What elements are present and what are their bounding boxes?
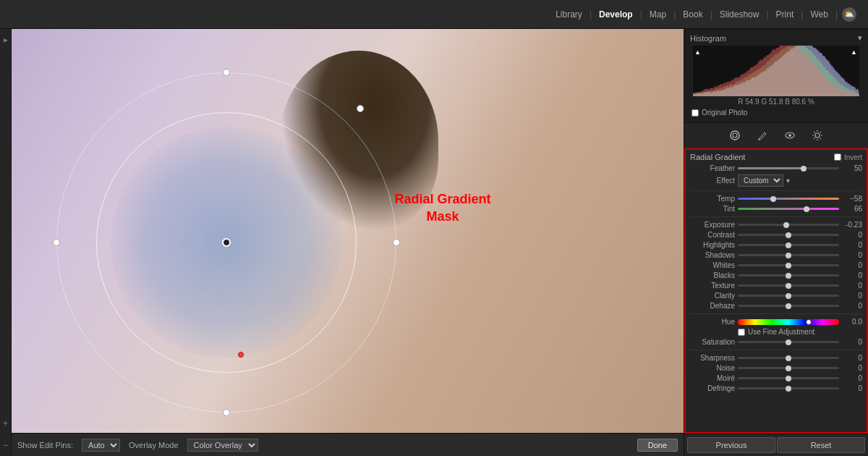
- histogram-section: Histogram ▾ R 54.9 G 51.8 B 80.6 % Origi…: [684, 29, 868, 123]
- saturation-value: 0: [842, 338, 862, 346]
- histogram-expand-icon[interactable]: ▾: [858, 33, 862, 43]
- feather-slider-row: Feather 50: [690, 164, 862, 172]
- histogram-header: Histogram ▾: [687, 32, 865, 46]
- photo-image: [12, 29, 684, 433]
- temp-slider[interactable]: [738, 198, 839, 200]
- highlights-value: 0: [842, 241, 862, 249]
- effect-label: Effect: [690, 177, 735, 185]
- mask-tool-icon[interactable]: [727, 127, 743, 143]
- whites-label: Whites: [690, 261, 735, 269]
- overlay-mode-select[interactable]: Color Overlay: [187, 439, 258, 452]
- texture-slider[interactable]: [738, 284, 839, 287]
- previous-button[interactable]: Previous: [687, 437, 775, 453]
- moire-slider[interactable]: [738, 377, 839, 379]
- hue-label: Hue: [690, 318, 735, 326]
- nav-book[interactable]: Book: [680, 8, 705, 21]
- clarity-label: Clarity: [690, 292, 735, 300]
- highlights-label: Highlights: [690, 241, 735, 249]
- shadows-value: 0: [842, 251, 862, 259]
- nav-library[interactable]: Library: [553, 8, 585, 21]
- effect-dropdown-icon[interactable]: ▾: [786, 177, 790, 185]
- noise-slider[interactable]: [738, 367, 839, 369]
- sharpness-value: 0: [842, 354, 862, 362]
- bottom-handle[interactable]: [223, 409, 230, 416]
- right-handle[interactable]: [393, 239, 400, 246]
- highlights-slider-row: Highlights 0: [690, 241, 862, 249]
- left-handle[interactable]: [53, 239, 60, 246]
- texture-value: 0: [842, 282, 862, 290]
- dehaze-slider-row: Dehaze 0: [690, 302, 862, 310]
- texture-slider-row: Texture 0: [690, 282, 862, 290]
- dehaze-slider[interactable]: [738, 305, 839, 307]
- reset-button[interactable]: Reset: [777, 437, 865, 453]
- temp-label: Temp: [690, 195, 735, 203]
- top-handle[interactable]: [223, 69, 230, 76]
- defringe-value: 0: [842, 384, 862, 392]
- add-icon[interactable]: +: [3, 418, 8, 428]
- invert-checkbox[interactable]: [834, 153, 841, 161]
- done-button[interactable]: Done: [637, 439, 678, 452]
- contrast-label: Contrast: [690, 231, 735, 239]
- dehaze-label: Dehaze: [690, 302, 735, 310]
- panel-bottom-buttons: Previous Reset: [684, 434, 868, 456]
- center-handle[interactable]: [222, 238, 231, 247]
- rotation-handle[interactable]: [238, 352, 244, 358]
- temp-slider-row: Temp −58: [690, 195, 862, 203]
- show-edit-pins-label: Show Edit Pins:: [17, 441, 73, 449]
- sharpness-slider[interactable]: [738, 357, 839, 359]
- whites-slider[interactable]: [738, 264, 839, 266]
- blacks-slider[interactable]: [738, 274, 839, 276]
- effect-select[interactable]: Custom: [738, 174, 783, 187]
- sharpness-label: Sharpness: [690, 354, 735, 362]
- nav-print[interactable]: Print: [773, 8, 797, 21]
- saturation-slider-row: Saturation 0: [690, 338, 862, 346]
- clarity-slider[interactable]: [738, 295, 839, 297]
- nav-map[interactable]: Map: [647, 8, 669, 21]
- saturation-slider[interactable]: [738, 341, 839, 343]
- sharpness-slider-row: Sharpness 0: [690, 354, 862, 362]
- minus-icon[interactable]: −: [3, 440, 8, 450]
- original-photo-checkbox[interactable]: [692, 109, 699, 117]
- nav-develop[interactable]: Develop: [596, 8, 636, 21]
- divider-3: [690, 313, 862, 314]
- dynamic-sliders: Exposure -0.23 Contrast 0 Highlights 0 S…: [690, 221, 862, 310]
- settings-tool-icon[interactable]: [809, 127, 825, 143]
- divider-2: [690, 216, 862, 217]
- svg-point-4: [815, 133, 820, 138]
- histogram-chart: [693, 46, 859, 96]
- histogram-stats: R 54.9 G 51.8 B 80.6 %: [687, 96, 865, 107]
- feather-slider[interactable]: [738, 167, 839, 169]
- divider-4: [690, 350, 862, 350]
- exposure-slider[interactable]: [738, 224, 839, 226]
- eye-tool-icon[interactable]: [782, 127, 798, 143]
- original-photo-row: Original Photo: [687, 107, 865, 119]
- moire-slider-row: Moiré 0: [690, 374, 862, 382]
- nav-web[interactable]: Web: [807, 8, 830, 21]
- hue-slider[interactable]: [738, 319, 839, 325]
- hue-thumb[interactable]: [806, 319, 812, 325]
- fine-adjustment-row: Use Fine Adjustment: [690, 328, 862, 336]
- top-right-handle[interactable]: [357, 105, 364, 112]
- brush-tool-icon[interactable]: [754, 127, 770, 143]
- show-edit-pins-select[interactable]: Auto: [82, 439, 120, 452]
- defringe-slider[interactable]: [738, 387, 839, 389]
- tool-icons-bar: [684, 123, 868, 148]
- shadows-slider-row: Shadows 0: [690, 251, 862, 259]
- tint-slider[interactable]: [738, 208, 839, 210]
- defringe-label: Defringe: [690, 384, 735, 392]
- fine-adjustment-checkbox[interactable]: [738, 329, 745, 336]
- highlights-slider[interactable]: [738, 244, 839, 246]
- fine-adjustment-label: Use Fine Adjustment: [748, 328, 814, 336]
- hue-value: 0.0: [842, 318, 862, 326]
- contrast-slider[interactable]: [738, 234, 839, 236]
- nav-slideshow[interactable]: Slideshow: [717, 8, 762, 21]
- contrast-slider-row: Contrast 0: [690, 231, 862, 239]
- shadows-slider[interactable]: [738, 254, 839, 256]
- user-icon[interactable]: ⛅: [842, 7, 856, 22]
- texture-label: Texture: [690, 282, 735, 290]
- section-title: Radial Gradient: [690, 153, 745, 161]
- histogram-title: Histogram: [690, 34, 726, 43]
- section-header: Radial Gradient Invert: [690, 153, 862, 161]
- left-expand-icon[interactable]: ▸: [4, 35, 8, 45]
- hue-row: Hue 0.0: [690, 318, 862, 326]
